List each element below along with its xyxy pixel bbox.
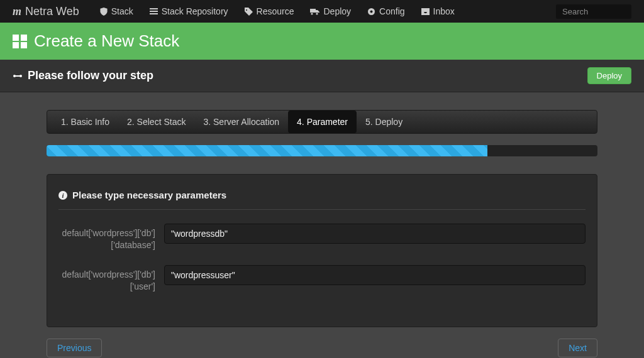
nav-label: Stack Repository xyxy=(162,6,228,16)
progress-bar-track xyxy=(47,145,597,156)
svg-point-5 xyxy=(316,13,318,14)
svg-rect-9 xyxy=(21,35,27,41)
panel-title: i Please type necessary parameters xyxy=(58,190,586,210)
deploy-button[interactable]: Deploy xyxy=(587,67,631,84)
search-input[interactable] xyxy=(556,4,631,19)
nav-stack[interactable]: Stack xyxy=(92,1,142,21)
main-content: 1. Basic Info 2. Select Stack 3. Server … xyxy=(0,92,644,357)
tab-server-allocation[interactable]: 3. Server Allocation xyxy=(194,111,288,133)
sub-header: Please follow your step Deploy xyxy=(0,60,644,92)
tab-deploy[interactable]: 5. Deploy xyxy=(357,111,411,133)
svg-rect-11 xyxy=(21,42,27,48)
nav-label: Deploy xyxy=(323,6,351,16)
tab-parameter[interactable]: 4. Parameter xyxy=(288,111,357,133)
truck-icon xyxy=(310,8,319,15)
tag-icon xyxy=(245,8,253,16)
panel-title-text: Please type necessary parameters xyxy=(72,190,226,200)
grid-icon xyxy=(13,35,28,48)
param-label: default['wordpress']['db']['user'] xyxy=(58,265,164,293)
top-navbar: m Netra Web Stack Stack Repository Resou… xyxy=(0,0,644,23)
svg-point-7 xyxy=(370,10,373,13)
svg-rect-10 xyxy=(13,42,19,48)
info-icon: i xyxy=(58,191,67,200)
svg-rect-14 xyxy=(15,75,20,77)
shield-icon xyxy=(100,8,108,16)
svg-rect-1 xyxy=(150,11,158,12)
nav-items: Stack Stack Repository Resource Deploy C… xyxy=(92,1,463,21)
param-row-user: default['wordpress']['db']['user'] xyxy=(58,265,586,293)
step-dots-icon xyxy=(13,72,23,80)
inbox-icon xyxy=(421,8,430,15)
brand-logo-icon: m xyxy=(13,5,21,18)
list-icon xyxy=(150,8,158,15)
param-label: default['wordpress']['db']['database'] xyxy=(58,224,164,251)
next-button[interactable]: Next xyxy=(558,339,597,357)
param-row-database: default['wordpress']['db']['database'] xyxy=(58,224,586,251)
svg-rect-2 xyxy=(150,13,158,14)
gear-icon xyxy=(367,8,375,16)
brand[interactable]: m Netra Web xyxy=(13,5,79,18)
nav-config[interactable]: Config xyxy=(359,1,413,21)
tab-basic-info[interactable]: 1. Basic Info xyxy=(52,111,118,133)
nav-stack-repository[interactable]: Stack Repository xyxy=(142,1,236,21)
nav-label: Inbox xyxy=(433,6,455,16)
wizard-footer: Previous Next xyxy=(47,339,597,357)
nav-label: Resource xyxy=(257,6,294,16)
svg-rect-8 xyxy=(13,35,19,41)
param-input-user[interactable] xyxy=(164,265,586,285)
nav-label: Stack xyxy=(111,6,133,16)
nav-deploy[interactable]: Deploy xyxy=(302,1,359,21)
tab-select-stack[interactable]: 2. Select Stack xyxy=(118,111,194,133)
nav-label: Config xyxy=(379,6,404,16)
previous-button[interactable]: Previous xyxy=(47,339,102,357)
steps-nav: 1. Basic Info 2. Select Stack 3. Server … xyxy=(47,110,597,134)
sub-header-title: Please follow your step xyxy=(28,69,153,82)
page-header: Create a New Stack xyxy=(0,23,644,60)
progress-bar-fill xyxy=(47,145,487,156)
svg-point-4 xyxy=(311,13,313,14)
nav-resource[interactable]: Resource xyxy=(236,1,303,21)
page-title: Create a New Stack xyxy=(34,31,179,51)
nav-inbox[interactable]: Inbox xyxy=(413,1,463,21)
svg-rect-0 xyxy=(150,8,158,9)
parameters-panel: i Please type necessary parameters defau… xyxy=(47,174,597,327)
param-input-database[interactable] xyxy=(164,224,586,244)
svg-rect-3 xyxy=(310,9,316,13)
brand-name: Netra Web xyxy=(25,5,79,18)
